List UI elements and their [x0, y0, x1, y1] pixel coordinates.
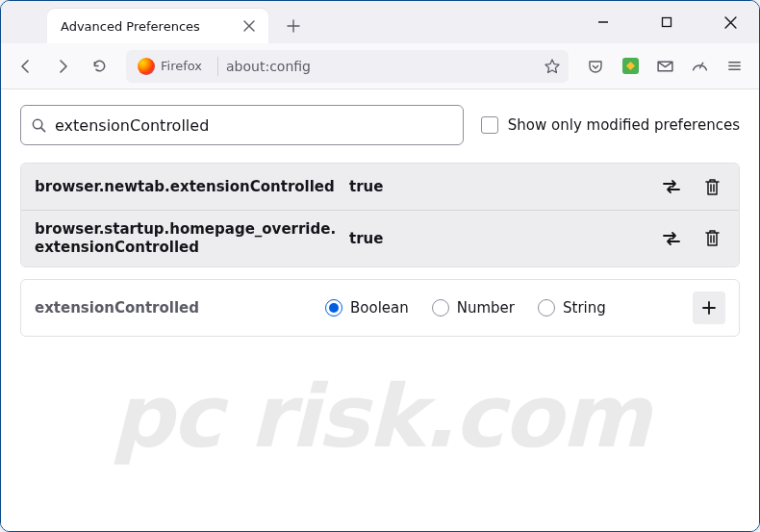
svg-rect-0	[663, 18, 671, 27]
radio-number[interactable]: Number	[432, 299, 515, 317]
new-tab-button[interactable]	[278, 11, 309, 41]
maximize-icon[interactable]	[646, 7, 688, 38]
pref-row[interactable]: browser.startup.homepage_override.extens…	[21, 210, 739, 266]
radio-label: Boolean	[350, 299, 409, 317]
radio-label: String	[563, 299, 606, 317]
toggle-icon[interactable]	[658, 173, 685, 200]
firefox-logo-icon	[138, 58, 155, 75]
pref-list: browser.newtab.extensionControlled true …	[20, 163, 740, 267]
url-bar[interactable]: Firefox about:config	[126, 50, 569, 83]
tab-strip: Advanced Preferences	[1, 1, 309, 43]
pocket-icon[interactable]	[580, 51, 611, 82]
titlebar: Advanced Preferences	[1, 1, 759, 43]
show-modified-checkbox[interactable]: Show only modified preferences	[481, 116, 740, 134]
minimize-icon[interactable]	[582, 7, 624, 38]
pref-row[interactable]: browser.newtab.extensionControlled true	[21, 164, 739, 210]
identity-label: Firefox	[161, 59, 202, 73]
config-search-input[interactable]	[55, 116, 453, 135]
add-pref-name: extensionControlled	[35, 299, 314, 317]
pref-actions	[658, 225, 725, 252]
radio-icon	[432, 299, 449, 317]
toolbar-icons	[580, 51, 749, 82]
site-identity[interactable]: Firefox	[134, 55, 210, 78]
url-text: about:config	[226, 59, 538, 74]
menu-icon[interactable]	[719, 51, 749, 82]
extension-icon[interactable]	[615, 51, 646, 82]
checkbox-icon	[481, 116, 498, 134]
pref-name: browser.startup.homepage_override.extens…	[35, 220, 338, 257]
search-icon	[31, 117, 47, 134]
radio-boolean[interactable]: Boolean	[325, 299, 409, 317]
add-pref-row: extensionControlled Boolean Number Strin…	[20, 279, 740, 337]
tab-title: Advanced Preferences	[57, 19, 240, 34]
delete-icon[interactable]	[698, 173, 725, 200]
nav-toolbar: Firefox about:config	[1, 43, 759, 89]
show-modified-label: Show only modified preferences	[508, 116, 740, 134]
reload-button[interactable]	[84, 51, 114, 82]
dashboard-icon[interactable]	[684, 51, 715, 82]
close-tab-icon[interactable]	[240, 16, 259, 36]
bookmark-star-icon[interactable]	[544, 58, 561, 75]
close-window-icon[interactable]	[709, 7, 751, 38]
forward-button[interactable]	[47, 51, 78, 82]
pref-value: true	[349, 178, 646, 195]
radio-string[interactable]: String	[538, 299, 606, 317]
mail-icon[interactable]	[649, 51, 680, 82]
browser-window: Advanced Preferences	[0, 0, 760, 532]
config-search-box[interactable]	[20, 105, 464, 145]
about-config-content: Show only modified preferences browser.n…	[1, 89, 759, 531]
tab-active[interactable]: Advanced Preferences	[47, 9, 268, 43]
pref-actions	[658, 173, 725, 200]
back-button[interactable]	[11, 51, 41, 82]
window-controls	[582, 1, 751, 43]
radio-icon	[538, 299, 555, 317]
pref-value: true	[349, 230, 646, 247]
config-search-row: Show only modified preferences	[20, 105, 740, 145]
type-radio-group: Boolean Number String	[325, 299, 681, 317]
radio-icon	[325, 299, 342, 317]
divider	[217, 57, 218, 76]
pref-name: browser.newtab.extensionControlled	[35, 178, 338, 196]
add-button[interactable]	[693, 291, 725, 324]
toggle-icon[interactable]	[658, 225, 685, 252]
delete-icon[interactable]	[698, 225, 725, 252]
radio-label: Number	[457, 299, 515, 317]
